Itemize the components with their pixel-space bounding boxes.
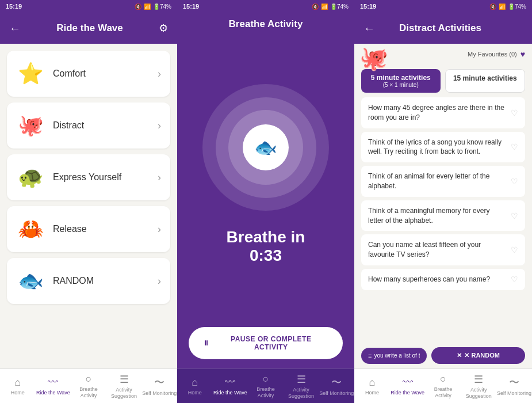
self-icon-2: 〜 xyxy=(331,375,342,389)
status-icons-1: 🔇 📶 🔋74% xyxy=(135,3,171,10)
activity-heart-2[interactable]: ♡ xyxy=(511,177,518,186)
status-bar-1: 15:19 🔇 📶 🔋74% xyxy=(0,0,177,13)
nav-breathe-1[interactable]: ○ Breathe Activity xyxy=(71,369,106,403)
tab-5min-label: 5 minute activities xyxy=(365,74,437,82)
nav-breathe-label-1: Breathe Activity xyxy=(71,386,106,399)
activity-text-0: How many 45 degree angles are there in t… xyxy=(368,103,511,123)
status-time-3: 15:19 xyxy=(360,3,376,10)
nav-activity-label-3: Activity Suggestion xyxy=(461,387,496,400)
random-emoji: 🐟 xyxy=(16,267,45,295)
activity-icon-3: ☰ xyxy=(474,373,483,386)
menu-item-express[interactable]: 🐢 Express Yourself › xyxy=(7,154,170,200)
bottom-nav-1: ⌂ Home 〰 Ride the Wave ○ Breathe Activit… xyxy=(0,368,177,403)
activity-heart-3[interactable]: ♡ xyxy=(511,211,518,220)
panel1-title: Ride the Wave xyxy=(56,22,123,34)
nav-activity-2[interactable]: ☰ Activity Suggestion xyxy=(284,369,319,403)
list-button[interactable]: ≡ you write a list of things w xyxy=(361,348,427,364)
nav-home-3[interactable]: ⌂ Home xyxy=(354,369,390,403)
signal-icon-2: 🔇 xyxy=(312,3,319,10)
nav-breathe-2[interactable]: ○ Breathe Activity xyxy=(248,369,284,403)
bottom-bar-3: ≡ you write a list of things w ✕ ✕ RANDO… xyxy=(354,343,532,368)
wifi-icon-1: 📶 xyxy=(144,3,151,10)
nav-wave-label-1: Ride the Wave xyxy=(36,390,70,396)
settings-icon-1[interactable]: ⚙ xyxy=(159,22,168,35)
back-icon-1[interactable]: ← xyxy=(9,22,21,35)
activity-heart-0[interactable]: ♡ xyxy=(511,108,518,117)
wave-icon-3: 〰 xyxy=(403,377,413,389)
wifi-icon-3: 📶 xyxy=(499,3,506,10)
my-favourites-text: My Favourites (0) xyxy=(468,51,517,58)
list-icon: ≡ xyxy=(368,352,372,359)
distract-emoji: 🐙 xyxy=(16,111,45,140)
release-emoji: 🦀 xyxy=(16,215,45,244)
back-icon-3[interactable]: ← xyxy=(363,22,375,35)
distract-chevron: › xyxy=(158,120,161,132)
random-label: ✕ RANDOM xyxy=(464,352,500,359)
pause-icon: ⏸ xyxy=(202,339,210,347)
panel-breathe: 15:19 🔇 📶 🔋74% Breathe Activity 🐟 Breath… xyxy=(177,0,354,403)
nav-activity-3[interactable]: ☰ Activity Suggestion xyxy=(461,369,496,403)
nav-wave-2[interactable]: 〰 Ride the Wave xyxy=(213,369,248,403)
nav-wave-label-3: Ride the Wave xyxy=(391,390,424,396)
nav-breathe-3[interactable]: ○ Breathe Activity xyxy=(426,369,461,403)
signal-icon-1: 🔇 xyxy=(135,3,141,10)
activity-heart-1[interactable]: ♡ xyxy=(511,142,518,151)
home-icon-1: ⌂ xyxy=(14,377,21,389)
panel2-title: Breathe Activity xyxy=(229,18,303,29)
wifi-icon-2: 📶 xyxy=(321,3,328,10)
menu-item-comfort[interactable]: ⭐ Comfort › xyxy=(7,51,170,97)
status-icons-3: 🔇 📶 🔋74% xyxy=(489,3,526,10)
distract-subheader: 🐙 My Favourites (0) ♥ xyxy=(354,44,532,64)
pause-button[interactable]: ⏸ PAUSE OR COMPLETE ACTIVITY xyxy=(189,327,343,359)
bottom-nav-3: ⌂ Home 〰 Ride the Wave ○ Breathe Activit… xyxy=(354,368,532,403)
menu-list: ⭐ Comfort › 🐙 Distract › 🐢 Express Yours… xyxy=(0,44,177,368)
activity-item-5[interactable]: How many superheroes can you name? ♡ xyxy=(361,269,525,290)
nav-wave-1[interactable]: 〰 Ride the Wave xyxy=(36,369,71,403)
status-icons-2: 🔇 📶 🔋74% xyxy=(312,3,349,10)
release-chevron: › xyxy=(158,223,161,235)
random-x-icon: ✕ xyxy=(457,352,462,359)
nav-home-1[interactable]: ⌂ Home xyxy=(0,369,36,403)
nav-home-2[interactable]: ⌂ Home xyxy=(177,369,213,403)
activity-item-2[interactable]: Think of an animal for every letter of t… xyxy=(361,166,525,197)
comfort-emoji: ⭐ xyxy=(16,59,45,88)
activity-item-4[interactable]: Can you name at least fifteen of your fa… xyxy=(361,234,525,265)
home-icon-3: ⌂ xyxy=(369,377,375,389)
nav-home-label-2: Home xyxy=(188,390,202,396)
battery-icon-2: 🔋74% xyxy=(330,3,349,10)
activity-heart-5[interactable]: ♡ xyxy=(511,275,518,284)
activity-item-1[interactable]: Think of the lyrics of a song you know r… xyxy=(361,132,525,163)
panel-ride-the-wave: 15:19 🔇 📶 🔋74% ← Ride the Wave ⚙ ⭐ Comfo… xyxy=(0,0,177,403)
express-chevron: › xyxy=(158,172,161,184)
breathe-icon-2: ○ xyxy=(263,373,269,385)
nav-self-3[interactable]: 〜 Self Monitoring xyxy=(496,369,532,403)
status-time-2: 15:19 xyxy=(183,3,199,10)
activity-heart-4[interactable]: ♡ xyxy=(511,245,518,254)
wave-icon-2: 〰 xyxy=(225,377,235,389)
activity-icon-2: ☰ xyxy=(297,373,306,386)
heart-icon[interactable]: ♥ xyxy=(520,50,525,59)
menu-item-random[interactable]: 🐟 RANDOM › xyxy=(7,258,170,304)
comfort-label: Comfort xyxy=(53,69,86,79)
nav-self-label-2: Self Monitoring xyxy=(319,390,354,397)
self-icon-1: 〜 xyxy=(154,375,164,389)
nav-breathe-label-2: Breathe Activity xyxy=(248,386,284,399)
header-3: ← Distract Activities xyxy=(354,13,532,44)
activities-list: How many 45 degree angles are there in t… xyxy=(354,97,532,343)
activity-item-3[interactable]: Think of a meaningful memory for every l… xyxy=(361,200,525,231)
nav-self-1[interactable]: 〜 Self Monitoring xyxy=(141,369,177,403)
tab-15min[interactable]: 15 minute activities xyxy=(445,69,526,93)
nav-self-label-1: Self Monitoring xyxy=(142,390,177,397)
activity-item-0[interactable]: How many 45 degree angles are there in t… xyxy=(361,97,525,128)
distract-mascot: 🐙 xyxy=(359,45,388,72)
tab-5min[interactable]: 5 minute activities (5 × 1 minute) xyxy=(361,69,441,93)
activity-text-5: How many superheroes can you name? xyxy=(368,275,511,284)
nav-self-label-3: Self Monitoring xyxy=(497,390,531,397)
header-1: ← Ride the Wave ⚙ xyxy=(0,13,177,44)
menu-item-release[interactable]: 🦀 Release › xyxy=(7,206,170,252)
nav-activity-1[interactable]: ☰ Activity Suggestion xyxy=(106,369,142,403)
menu-item-distract[interactable]: 🐙 Distract › xyxy=(7,102,170,149)
random-button[interactable]: ✕ ✕ RANDOM xyxy=(431,347,525,364)
nav-wave-3[interactable]: 〰 Ride the Wave xyxy=(390,369,426,403)
nav-self-2[interactable]: 〜 Self Monitoring xyxy=(319,369,354,403)
